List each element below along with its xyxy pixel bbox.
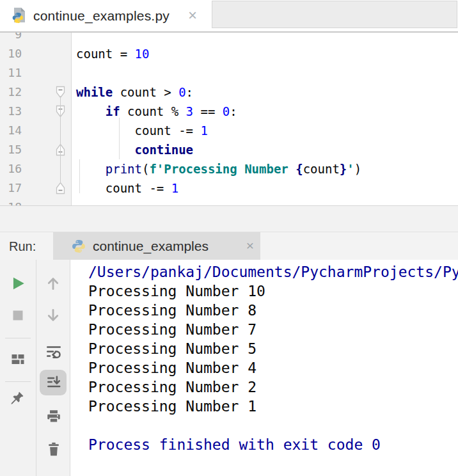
line-number: 16: [0, 159, 23, 178]
editor-gutter[interactable]: 10: [0, 44, 72, 63]
restore-layout-button[interactable]: [9, 350, 27, 368]
editor-gutter[interactable]: 16: [0, 159, 72, 178]
console-line: Processing Number 7: [88, 320, 458, 339]
line-number: 15: [0, 140, 23, 159]
scroll-to-end-button[interactable]: [45, 374, 63, 392]
code-line[interactable]: 13 if count % 3 == 0:: [0, 102, 458, 121]
code-line[interactable]: 11: [0, 63, 458, 83]
code-token: 3: [186, 104, 193, 118]
code-line[interactable]: 9: [0, 33, 458, 44]
code-token: 1: [171, 181, 178, 195]
restore-layout-icon: [10, 351, 26, 367]
line-number: 13: [0, 102, 23, 121]
pin-tab-button[interactable]: [8, 390, 26, 408]
code-text: [72, 33, 458, 44]
clear-all-button[interactable]: [45, 440, 63, 458]
fold-gutter[interactable]: [23, 102, 71, 121]
editor-tab-continue-examples[interactable]: continue_examples.py ×: [0, 0, 212, 31]
fold-gutter[interactable]: [23, 140, 71, 159]
console-line: Processing Number 2: [88, 377, 458, 397]
code-token: count -=: [76, 181, 171, 195]
code-token: [76, 143, 135, 157]
code-line[interactable]: 14 count -= 1: [0, 121, 458, 140]
toolbar-separator: [5, 381, 31, 382]
code-token: count: [303, 162, 340, 176]
editor-gutter[interactable]: 17: [0, 178, 72, 198]
tab-bar-empty-area: [212, 1, 457, 28]
pycharm-window: continue_examples.py × 910count = 101112…: [0, 0, 458, 476]
console-line: [88, 416, 458, 435]
code-token: ==: [193, 104, 223, 118]
run-tab-continue-examples[interactable]: continue_examples ×: [53, 232, 260, 260]
editor-gutter[interactable]: 11: [0, 63, 72, 83]
console-line: /Users/pankaj/Documents/PycharmProjects/…: [88, 262, 458, 282]
arrow-up-icon: [45, 275, 61, 292]
panel-splitter[interactable]: [0, 206, 458, 232]
soft-wrap-icon: [45, 343, 62, 360]
code-line[interactable]: 17 count -= 1: [0, 178, 458, 198]
toolbar-separator: [5, 338, 31, 338]
code-text: continue: [72, 140, 458, 159]
line-number: 14: [0, 121, 23, 140]
code-line[interactable]: 16 print(f'Processing Number {count}'): [0, 159, 458, 178]
editor-gutter[interactable]: 12: [0, 83, 72, 102]
code-line[interactable]: 12while count > 0:: [0, 83, 458, 102]
next-occurrence-button[interactable]: [44, 306, 62, 324]
code-token: [76, 162, 106, 176]
code-text: print(f'Processing Number {count}'): [72, 159, 458, 178]
code-token: 10: [135, 47, 150, 61]
code-token: print: [106, 162, 142, 176]
code-token: }: [340, 162, 347, 176]
editor-tab-bar: continue_examples.py ×: [0, 0, 458, 33]
console-toolbar: [36, 260, 70, 476]
console-line: Processing Number 4: [88, 358, 458, 377]
run-tab-close-icon[interactable]: ×: [246, 232, 254, 260]
editor-tab-close-icon[interactable]: ×: [188, 0, 197, 31]
code-line[interactable]: 18: [0, 198, 458, 205]
console-line: Processing Number 10: [88, 282, 458, 301]
editor-gutter[interactable]: 9: [0, 33, 72, 44]
fold-end-marker: [56, 182, 65, 194]
run-button[interactable]: [9, 274, 27, 292]
console-line: Process finished with exit code 0: [88, 435, 458, 454]
play-icon: [10, 275, 26, 292]
code-text: count = 10: [72, 44, 458, 63]
code-text: while count > 0:: [72, 83, 458, 102]
line-number: 9: [0, 33, 23, 44]
code-token: (: [142, 162, 149, 176]
indent-guide: [79, 159, 80, 193]
editor-gutter[interactable]: 18: [0, 198, 72, 205]
stop-button[interactable]: [9, 306, 27, 324]
fold-gutter: [23, 159, 71, 178]
fold-gutter: [23, 63, 71, 83]
editor-gutter[interactable]: 14: [0, 121, 72, 140]
fold-range-line: [60, 96, 61, 184]
code-text: count -= 1: [72, 178, 458, 198]
scroll-to-end-icon: [45, 374, 62, 391]
fold-gutter[interactable]: [23, 178, 71, 198]
line-number: 11: [0, 63, 23, 83]
run-tab-title: continue_examples: [93, 232, 209, 260]
code-token: [76, 104, 106, 118]
code-line[interactable]: 15 continue: [0, 140, 458, 159]
code-token: continue: [135, 143, 194, 157]
editor-gutter[interactable]: 13: [0, 102, 72, 121]
line-number: 17: [0, 178, 23, 198]
line-number: 10: [0, 44, 23, 63]
code-line[interactable]: 10count = 10: [0, 44, 458, 63]
line-number: 12: [0, 83, 23, 102]
stop-icon: [10, 308, 26, 323]
prev-occurrence-button[interactable]: [44, 274, 62, 292]
code-token: :: [230, 104, 237, 118]
editor-tab-title: continue_examples.py: [33, 0, 170, 31]
console-output[interactable]: /Users/pankaj/Documents/PycharmProjects/…: [70, 260, 458, 476]
print-button[interactable]: [45, 408, 63, 425]
code-editor[interactable]: 910count = 101112while count > 0:13 if c…: [0, 33, 458, 205]
code-token: f'Processing Number: [149, 162, 296, 176]
soft-wrap-button[interactable]: [45, 342, 63, 360]
run-controls-toolbar: [0, 260, 36, 476]
printer-icon: [45, 408, 62, 425]
code-token: count %: [120, 104, 186, 118]
editor-gutter[interactable]: 15: [0, 140, 72, 159]
fold-gutter[interactable]: [23, 83, 71, 102]
